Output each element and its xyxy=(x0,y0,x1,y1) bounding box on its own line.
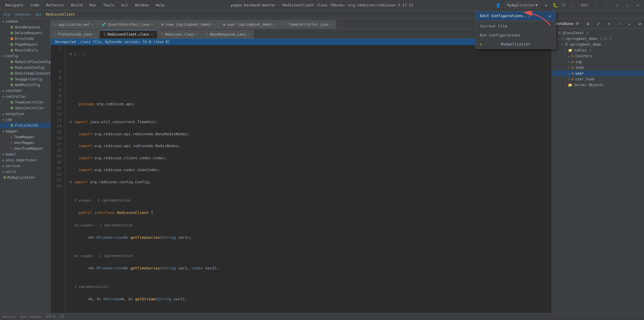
db-item-team[interactable]: ▸ ⊞ team xyxy=(552,65,644,71)
db-item-user[interactable]: ▸ ⊞ user xyxy=(552,71,644,76)
tab-redissonclient[interactable]: C RedissonClient.class × xyxy=(100,30,157,38)
user-account-icon[interactable]: 👤 xyxy=(494,1,502,9)
tab-redisson[interactable]: C Redisson.class × xyxy=(157,30,202,38)
tab-insertuserstest[interactable]: 🧪 InsertUsersTest.java × xyxy=(98,20,157,29)
breadcrumb-redisson[interactable]: redisson xyxy=(14,12,31,16)
debug-icon[interactable]: 🐛 xyxy=(551,1,559,9)
tab-baseresponse[interactable]: J BaseResponse.java × xyxy=(202,30,254,38)
tab-team-springboot[interactable]: ⊞ team [springboot_demo] × xyxy=(157,20,219,29)
menu-build[interactable]: Build xyxy=(68,2,85,8)
tab-application-yml[interactable]: ⚙ application.yml × xyxy=(51,20,98,29)
code-area[interactable]: 1 5 6 7 8 9 10 11 12 13 14 15 16 17 18 1… xyxy=(51,45,552,320)
sidebar-section-config[interactable]: ▾ config xyxy=(0,53,50,59)
add-icon[interactable]: + xyxy=(605,20,613,28)
db-item-tables-folder[interactable]: ▾ 📁 tables 5 xyxy=(552,47,644,53)
dropdown-run-configurations[interactable]: Run Configurations xyxy=(475,31,556,40)
sidebar-item-teammapper[interactable]: I TeamMapper xyxy=(0,134,50,140)
menu-refactor[interactable]: Refactor xyxy=(43,2,67,8)
class-icon xyxy=(10,101,13,104)
db-item-server-objects[interactable]: ▸ 📂 Server Objects xyxy=(552,82,644,88)
menu-git[interactable]: Git xyxy=(118,2,131,8)
db-item-localhost[interactable]: ▾ 🖥 @localhost 5 xyxy=(552,30,644,36)
class-icon xyxy=(10,60,13,63)
menu-tools[interactable]: Tools xyxy=(100,2,117,8)
tab-close-icon[interactable]: × xyxy=(92,23,94,26)
tab-label: PreCacheJob.java xyxy=(58,32,92,36)
run-config-selector[interactable]: MyApplication ▼ xyxy=(505,2,540,8)
git-check2-icon[interactable]: ✓ xyxy=(602,1,611,9)
db-item-schema[interactable]: ▾ ⬡ springboot_demo 1 of 5 xyxy=(552,36,644,42)
dropdown-my-application[interactable]: ▶ MyApplication › xyxy=(475,40,556,49)
sidebar-item-resultutils[interactable]: ResultUtils xyxy=(0,47,50,53)
sidebar-item-usermapper[interactable]: I UserMapper xyxy=(0,140,50,146)
sidebar-item-baseresponse[interactable]: BaseResponse xyxy=(0,24,50,30)
sidebar-item-teamcontroller[interactable]: TeamController xyxy=(0,99,50,105)
sidebar-item-pagerequest[interactable]: PageRequest xyxy=(0,42,50,47)
tab-close-icon[interactable]: × xyxy=(196,32,198,36)
coverage-icon[interactable]: 🛡 xyxy=(560,1,568,9)
sidebar-section-job[interactable]: ▾ job xyxy=(0,117,50,123)
refresh-icon[interactable]: ⟳ xyxy=(574,20,582,28)
git-pull-icon[interactable]: ↓ xyxy=(623,1,631,9)
settings-icon[interactable]: ⚙ xyxy=(584,20,592,28)
chevron-down-icon: ▼ xyxy=(535,3,537,7)
tab-close-icon[interactable]: × xyxy=(94,32,96,36)
tab-close-icon[interactable]: × xyxy=(151,23,153,26)
sidebar-section-once[interactable]: ▸ once.importuser xyxy=(0,157,50,163)
menu-help[interactable]: Help xyxy=(153,2,167,8)
code-editor[interactable]: ⊕ /.../ package org.redisson.api; ⊕ impo… xyxy=(65,45,552,320)
sidebar-item-mybatisplusconfig[interactable]: MybatisPlusConfig xyxy=(0,59,50,65)
sidebar-item-redissonconfig[interactable]: RedissonConfig xyxy=(0,65,50,71)
edit-icon[interactable]: ✏ xyxy=(626,20,634,28)
sidebar-label: ResultUtils xyxy=(15,48,38,52)
tab-teamcontroller[interactable]: J TeamController.java × xyxy=(281,20,336,29)
sidebar-section-mapper[interactable]: ▾ mapper xyxy=(0,128,50,134)
sidebar-item-deleterequest[interactable]: DeleteRequest xyxy=(0,30,50,36)
sidebar-section-constant[interactable]: ▸ constant xyxy=(0,88,50,94)
remove-icon[interactable]: − xyxy=(615,20,623,28)
tab-close-icon[interactable]: × xyxy=(213,23,215,26)
sidebar-item-usercontroller[interactable]: UserController xyxy=(0,105,50,111)
minimize-icon[interactable]: ─ xyxy=(634,1,642,9)
git-push-icon[interactable]: ↑ xyxy=(613,1,621,9)
tab-user-springboot[interactable]: ⊞ user [springboot_demo] × xyxy=(219,20,281,29)
sidebar-item-redistemplateconfig[interactable]: RedisTemplateConfig xyxy=(0,71,50,76)
sidebar-once-label: once.importuser xyxy=(5,158,37,162)
db-item-db[interactable]: ▾ 🗄 springboot_demo xyxy=(552,42,644,47)
dropdown-edit-configurations[interactable]: Edit Configurations... ✏ xyxy=(475,11,556,20)
sidebar-section-model[interactable]: ▸ model xyxy=(0,151,50,157)
sidebar-section-myapp[interactable]: MyApplication xyxy=(0,175,50,180)
expand-icon[interactable]: ⤢ xyxy=(594,20,602,28)
db-item-user-team[interactable]: ▸ ⊞ user_team xyxy=(552,76,644,82)
sidebar-item-precachejob[interactable]: PreCacheJob xyxy=(0,123,50,128)
db-item-tag[interactable]: ▸ ⊞ tag xyxy=(552,59,644,65)
git-check-icon[interactable]: ✓ xyxy=(592,1,600,9)
sidebar-section-service[interactable]: ▸ service xyxy=(0,163,50,169)
tab-label: TeamController.java xyxy=(289,23,328,27)
sidebar-section-exception[interactable]: ▸ exception xyxy=(0,111,50,117)
db-item-counters[interactable]: ▸ ⊞ Counters xyxy=(552,53,644,59)
tab-close-icon[interactable]: × xyxy=(151,33,153,36)
sidebar-item-webmvcconfig[interactable]: WebMvcConfig xyxy=(0,82,50,88)
breadcrumb-org[interactable]: org xyxy=(3,12,10,16)
sidebar-section-controller[interactable]: ▾ controller xyxy=(0,94,50,99)
dropdown-current-file[interactable]: Current File xyxy=(475,22,556,31)
sidebar-item-swaggerconfig[interactable]: SwaggerConfig xyxy=(0,76,50,82)
breadcrumb-api[interactable]: api xyxy=(35,12,42,16)
menu-run[interactable]: Run xyxy=(87,2,99,8)
menu-navigate[interactable]: Navigate xyxy=(2,2,26,8)
sidebar-section-utils[interactable]: ▸ utils xyxy=(0,169,50,175)
sidebar-section-common[interactable]: ▾ common xyxy=(0,19,50,24)
tab-close-icon[interactable]: × xyxy=(330,23,332,26)
menu-code[interactable]: Code xyxy=(27,2,42,8)
tab-precachejob[interactable]: J PreCacheJob.java × xyxy=(51,30,100,38)
tab-close-icon[interactable]: × xyxy=(275,23,277,26)
menu-window[interactable]: Window xyxy=(132,2,152,8)
tab-close-icon[interactable]: × xyxy=(247,32,249,36)
expand-icon: ▾ xyxy=(561,43,563,46)
stop-icon[interactable]: ⬛ xyxy=(568,1,576,9)
run-icon[interactable]: ▶ xyxy=(542,1,550,9)
sync-icon[interactable]: ⇄ xyxy=(636,20,644,28)
sidebar-item-errorcode[interactable]: ErrorCode xyxy=(0,36,50,42)
sidebar-item-userteammapper[interactable]: I UserTeamMapper xyxy=(0,146,50,151)
